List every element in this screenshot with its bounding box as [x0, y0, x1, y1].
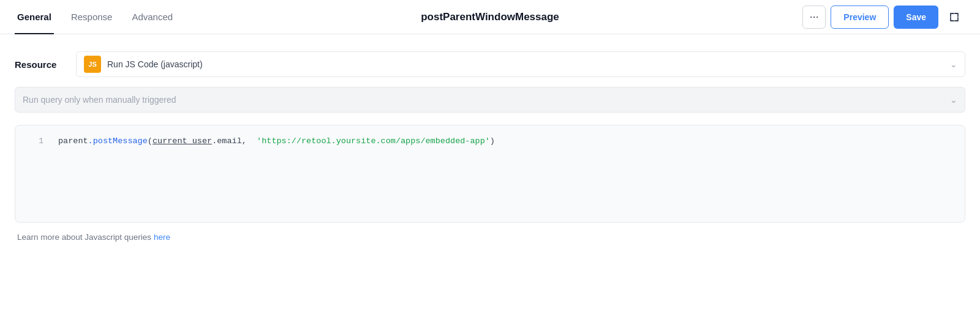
code-token-dot-email: .email,	[212, 136, 257, 146]
code-token-close-paren: )	[490, 136, 495, 146]
resource-label: Resource	[15, 59, 64, 70]
trigger-select[interactable]: Run query only when manually triggered ⌄	[15, 87, 965, 113]
preview-button[interactable]: Preview	[831, 6, 889, 29]
header: General Response Advanced postParentWind…	[0, 0, 980, 34]
resource-select-left: JS Run JS Code (javascript)	[84, 56, 203, 73]
resource-row: Resource JS Run JS Code (javascript) ⌄	[15, 51, 965, 77]
expand-button[interactable]	[943, 6, 965, 28]
more-button[interactable]: ···	[802, 6, 826, 29]
footer: Learn more about Javascript queries here	[15, 233, 965, 242]
trigger-row: Run query only when manually triggered ⌄	[15, 87, 965, 113]
tab-bar: General Response Advanced	[15, 0, 190, 34]
code-content-1: parent.postMessage(current_user.email, '…	[58, 136, 955, 146]
code-token-url: 'https://retool.yoursite.com/apps/embedd…	[257, 136, 490, 146]
tab-general[interactable]: General	[15, 0, 54, 34]
line-number-1: 1	[25, 136, 43, 146]
trigger-chevron-icon: ⌄	[950, 95, 957, 105]
header-actions: ··· Preview Save	[802, 6, 965, 29]
code-line-1: 1 parent.postMessage(current_user.email,…	[15, 135, 965, 147]
tab-response[interactable]: Response	[69, 0, 115, 34]
save-button[interactable]: Save	[894, 6, 938, 29]
code-token-parent: parent	[58, 136, 88, 146]
learn-more-link[interactable]: here	[154, 233, 170, 242]
content-area: Resource JS Run JS Code (javascript) ⌄ R…	[0, 34, 980, 254]
code-token-open-paren: (	[148, 136, 153, 146]
code-token-current-user: current_user	[153, 136, 212, 146]
code-editor[interactable]: 1 parent.postMessage(current_user.email,…	[15, 125, 965, 223]
resource-select-value: Run JS Code (javascript)	[107, 59, 203, 69]
tab-advanced[interactable]: Advanced	[129, 0, 175, 34]
resource-select[interactable]: JS Run JS Code (javascript) ⌄	[76, 51, 965, 77]
js-icon-badge: JS	[84, 56, 101, 73]
code-token-postmessage: .postMessage	[88, 136, 148, 146]
page-title: postParentWindowMessage	[421, 11, 559, 23]
resource-chevron-icon: ⌄	[950, 59, 957, 69]
trigger-select-placeholder: Run query only when manually triggered	[23, 95, 176, 105]
